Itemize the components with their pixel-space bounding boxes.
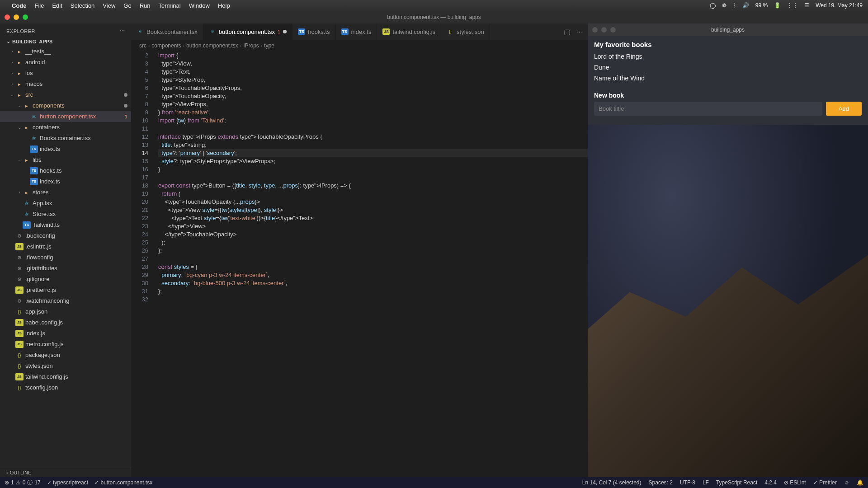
code-line[interactable]: type?: 'primary' | 'secondary'; xyxy=(158,149,588,157)
tree-item-store-tsx[interactable]: ⚛Store.tsx xyxy=(0,209,131,220)
sim-maximize-icon[interactable] xyxy=(610,27,616,33)
app-name[interactable]: Code xyxy=(12,2,27,9)
list-item[interactable]: Lord of the Rings xyxy=(594,51,862,62)
code-line[interactable]: import { xyxy=(158,52,588,60)
notifications-icon[interactable]: 🔔 xyxy=(857,479,863,486)
code-line[interactable]: } from 'react-native'; xyxy=(158,108,588,117)
code-line[interactable]: }; xyxy=(158,247,588,255)
code-line[interactable]: const styles = { xyxy=(158,263,588,271)
code-line[interactable]: export const type">Button = ({title, sty… xyxy=(158,182,588,190)
tree-item--flowconfig[interactable]: ⚙.flowconfig xyxy=(0,252,131,263)
minimize-window-icon[interactable] xyxy=(14,14,19,20)
status-icon[interactable]: ❁ xyxy=(722,2,726,9)
indent-info[interactable]: Spaces: 2 xyxy=(649,479,673,486)
menu-edit[interactable]: Edit xyxy=(52,2,62,9)
prettier-status[interactable]: ✓ Prettier xyxy=(813,479,837,486)
add-button[interactable]: Add xyxy=(826,102,862,116)
code-line[interactable]: <type">TouchableOpacity {...props}> xyxy=(158,198,588,206)
tree-item-books-container-tsx[interactable]: ⚛Books.container.tsx xyxy=(0,133,131,144)
encoding[interactable]: UTF-8 xyxy=(680,479,695,486)
code-line[interactable]: type">Text, xyxy=(158,68,588,76)
tree-item--watchmanconfig[interactable]: ⚙.watchmanconfig xyxy=(0,296,131,306)
tree-item-android[interactable]: ›▸android xyxy=(0,57,131,68)
tab-styles-json[interactable]: {}styles.json xyxy=(441,23,490,40)
tree-item--buckconfig[interactable]: ⚙.buckconfig xyxy=(0,230,131,241)
sidebar-more-icon[interactable]: ⋯ xyxy=(120,28,125,34)
outline-section[interactable]: › Outline xyxy=(0,468,131,477)
tab-button-component-tsx[interactable]: ⚛button.component.tsx1 xyxy=(203,23,292,40)
tree-item-app-tsx[interactable]: ⚛App.tsx xyxy=(0,198,131,209)
more-actions-icon[interactable]: ⋯ xyxy=(576,28,583,36)
sim-close-icon[interactable] xyxy=(592,27,598,33)
code-line[interactable]: </type">View> xyxy=(158,222,588,230)
breadcrumb-item[interactable]: button.component.tsx xyxy=(186,42,238,49)
tree-item-styles-json[interactable]: {}styles.json xyxy=(0,361,131,371)
tree-item-app-json[interactable]: {}app.json xyxy=(0,306,131,317)
tree-item--prettierrc-js[interactable]: JS.prettierrc.js xyxy=(0,285,131,296)
problems-indicator[interactable]: ⊗ 1 ⚠ 0 ⓘ 17 xyxy=(5,479,41,487)
tree-item-metro-config-js[interactable]: JSmetro.config.js xyxy=(0,339,131,350)
split-editor-icon[interactable]: ▢ xyxy=(564,28,571,36)
menu-go[interactable]: Go xyxy=(123,2,131,9)
code-line[interactable]: primary: `bg-cyan p-3 w-24 items-center`… xyxy=(158,271,588,279)
tab-index-ts[interactable]: TSindex.ts xyxy=(336,23,377,40)
list-item[interactable]: Name of the Wind xyxy=(594,73,862,84)
code-line[interactable]: return ( xyxy=(158,190,588,198)
tree-item--gitignore[interactable]: ⚙.gitignore xyxy=(0,274,131,285)
code-line[interactable]: type">View, xyxy=(158,60,588,68)
tree-item-components[interactable]: ⌄▸components xyxy=(0,100,131,111)
book-title-input[interactable] xyxy=(594,102,822,116)
tree-item---tests--[interactable]: ›▸__tests__ xyxy=(0,46,131,57)
tree-item-containers[interactable]: ⌄▸containers xyxy=(0,122,131,133)
menu-file[interactable]: File xyxy=(35,2,44,9)
tree-item-index-ts[interactable]: TSindex.ts xyxy=(0,144,131,155)
code-line[interactable]: secondary: `bg-blue-500 p-3 w-24 items-c… xyxy=(158,279,588,287)
battery-text[interactable]: 99 % xyxy=(755,2,768,9)
code-content[interactable]: import { type">View, type">Text, type">S… xyxy=(156,52,588,477)
code-line[interactable]: import {tw} from 'Tailwind'; xyxy=(158,117,588,125)
tree-item-tailwind-config-js[interactable]: JStailwind.config.js xyxy=(0,371,131,382)
code-line[interactable]: type">TouchableOpacityProps, xyxy=(158,84,588,92)
battery-icon[interactable]: 🔋 xyxy=(774,2,781,9)
code-editor[interactable]: 2345678910111213141516171819202122232425… xyxy=(131,52,588,477)
menu-help[interactable]: Help xyxy=(218,2,230,9)
code-line[interactable] xyxy=(158,125,588,133)
code-line[interactable]: type">StyleProp, xyxy=(158,76,588,84)
tree-item-package-json[interactable]: {}package.json xyxy=(0,350,131,361)
menu-window[interactable]: Window xyxy=(189,2,210,9)
tree-item-babel-config-js[interactable]: JSbabel.config.js xyxy=(0,317,131,328)
menu-view[interactable]: View xyxy=(103,2,115,9)
file-check[interactable]: ✓ button.component.tsx xyxy=(94,479,152,486)
ts-version[interactable]: 4.2.4 xyxy=(764,479,777,486)
wifi-icon[interactable]: ⋮⋮ xyxy=(787,2,798,9)
code-line[interactable]: ); xyxy=(158,239,588,247)
breadcrumb-item[interactable]: IProps xyxy=(243,42,259,49)
code-line[interactable]: <type">View style={[tw(styles[type]), st… xyxy=(158,206,588,214)
close-window-icon[interactable] xyxy=(5,14,10,20)
tree-item--gitattributes[interactable]: ⚙.gitattributes xyxy=(0,263,131,274)
tree-item--eslintrc-js[interactable]: JS.eslintrc.js xyxy=(0,241,131,252)
language-mode[interactable]: TypeScript React xyxy=(716,479,757,486)
menu-selection[interactable]: Selection xyxy=(71,2,94,9)
tab-hooks-ts[interactable]: TShooks.ts xyxy=(292,23,335,40)
volume-icon[interactable]: 🔊 xyxy=(742,2,749,9)
code-line[interactable]: interface type">IProps extends type">Tou… xyxy=(158,133,588,141)
breadcrumb-item[interactable]: src xyxy=(139,42,146,49)
tree-item-ios[interactable]: ›▸ios xyxy=(0,68,131,79)
tree-item-libs[interactable]: ⌄▸libs xyxy=(0,155,131,165)
code-line[interactable] xyxy=(158,174,588,182)
tree-item-stores[interactable]: ›▸stores xyxy=(0,187,131,198)
tree-item-src[interactable]: ⌄▸src xyxy=(0,89,131,100)
code-line[interactable] xyxy=(158,296,588,304)
bluetooth-icon[interactable]: ᛒ xyxy=(733,2,736,9)
tree-item-index-js[interactable]: JSindex.js xyxy=(0,328,131,339)
tree-item-index-ts[interactable]: TSindex.ts xyxy=(0,176,131,187)
sim-minimize-icon[interactable] xyxy=(601,27,607,33)
maximize-window-icon[interactable] xyxy=(23,14,28,20)
eol[interactable]: LF xyxy=(703,479,709,486)
tree-item-hooks-ts[interactable]: TShooks.ts xyxy=(0,165,131,176)
tab-tailwind-config-js[interactable]: JStailwind.config.js xyxy=(377,23,441,40)
cursor-position[interactable]: Ln 14, Col 7 (4 selected) xyxy=(582,479,642,486)
loom-icon[interactable]: ◯ xyxy=(710,2,716,9)
menu-terminal[interactable]: Terminal xyxy=(159,2,181,9)
